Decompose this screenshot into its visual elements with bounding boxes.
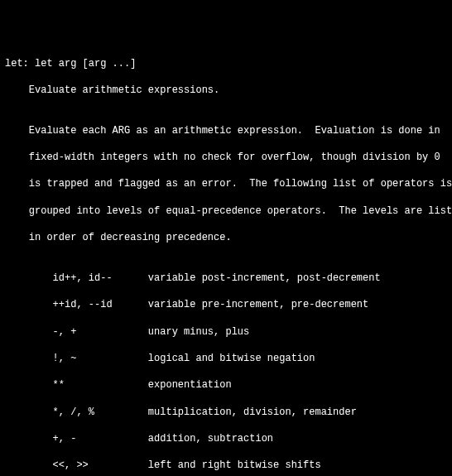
- help-header: let: let arg [arg ...]: [5, 57, 447, 70]
- operator-row: ** exponentiation: [5, 378, 447, 392]
- para1-line: Evaluate each ARG as an arithmetic expre…: [5, 124, 447, 137]
- para1-line: fixed-width integers with no check for o…: [5, 151, 447, 164]
- operator-row: !, ~ logical and bitwise negation: [5, 352, 447, 365]
- operator-row: -, + unary minus, plus: [5, 325, 447, 339]
- operator-row: id++, id-- variable post-increment, post…: [5, 272, 447, 285]
- operator-row: +, - addition, subtraction: [5, 432, 447, 445]
- operator-row: <<, >> left and right bitwise shifts: [5, 459, 447, 472]
- para1-line: is trapped and flagged as an error. The …: [5, 177, 447, 190]
- para1-line: grouped into levels of equal-precedence …: [5, 204, 447, 218]
- para1-line: in order of decreasing precedence.: [5, 231, 447, 244]
- operator-row: ++id, --id variable pre-increment, pre-d…: [5, 298, 447, 311]
- intro-line: Evaluate arithmetic expressions.: [5, 84, 447, 97]
- operator-row: *, /, % multiplication, division, remain…: [5, 406, 447, 419]
